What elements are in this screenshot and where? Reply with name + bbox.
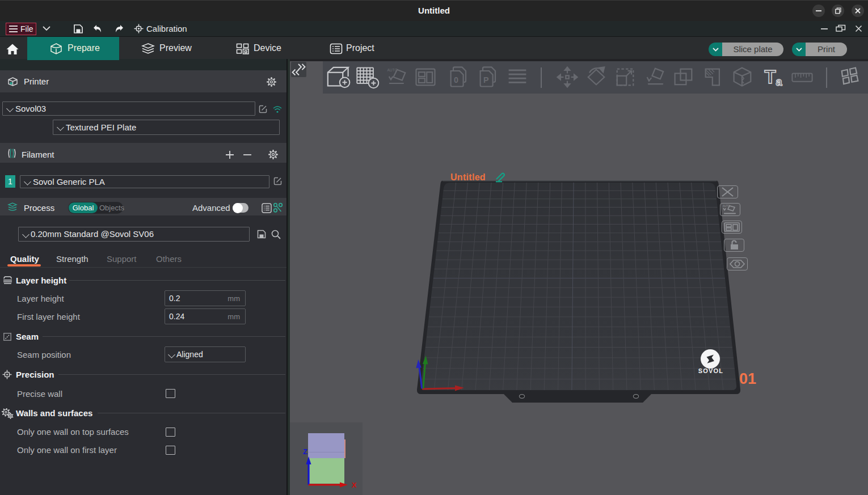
svg-text:SOVOL: SOVOL: [698, 367, 724, 374]
svg-text:Z: Z: [303, 447, 307, 456]
svg-text:X: X: [352, 481, 356, 489]
svg-text:AUTO: AUTO: [723, 205, 730, 208]
